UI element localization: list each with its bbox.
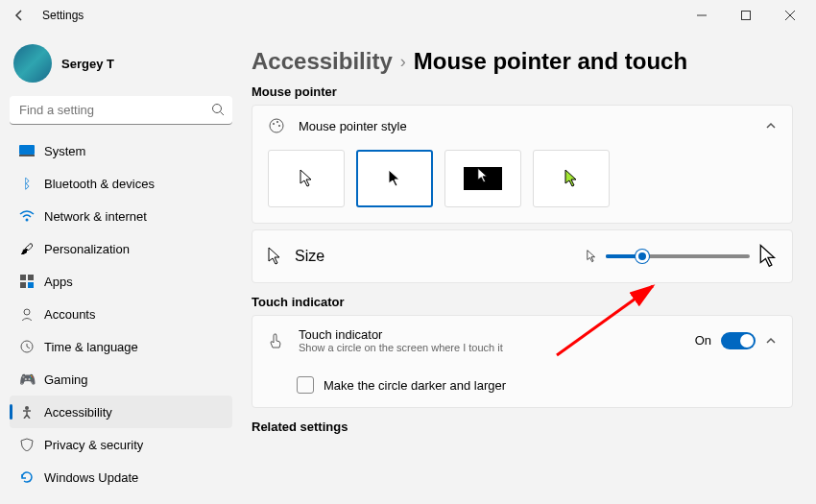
nav-label: Accessibility [44,405,112,420]
card-pointer-style: Mouse pointer style [252,105,793,224]
search [10,96,232,125]
toggle-state: On [695,333,711,348]
section-mouse-pointer: Mouse pointer [252,84,793,99]
gaming-icon: 🎮 [19,372,35,387]
shield-icon [19,437,35,452]
window-title: Settings [42,9,84,22]
maximize-button[interactable] [724,0,768,31]
svg-rect-9 [20,275,26,280]
update-icon [19,469,35,485]
cursor-white-icon [300,169,313,188]
nav-label: Accounts [44,307,95,322]
clock-icon [19,339,35,354]
chevron-right-icon: › [400,52,406,72]
svg-point-18 [276,121,278,123]
cursor-small-icon [587,250,596,263]
search-icon [211,103,225,116]
profile-name: Sergey T [61,57,114,71]
nav-label: Privacy & security [44,438,143,452]
close-icon [785,11,795,20]
breadcrumb: Accessibility › Mouse pointer and touch [252,48,793,75]
cursor-icon [268,247,281,266]
nav-label: Bluetooth & devices [44,177,155,191]
chevron-up-icon [765,335,777,347]
back-button[interactable] [4,0,35,31]
nav-label: Time & language [44,340,138,354]
search-input[interactable] [10,96,232,125]
brush-icon: 🖌 [19,241,35,256]
svg-rect-11 [20,282,26,288]
profile[interactable]: Sergey T [10,38,232,96]
cursor-inverted-icon [477,167,489,184]
wifi-icon [19,208,35,224]
svg-point-15 [25,406,29,410]
svg-rect-6 [19,145,35,155]
maximize-icon [741,11,751,20]
cursor-large-icon [759,244,777,269]
nav-label: Windows Update [44,470,138,485]
touch-icon [268,332,285,349]
card-size: Size [252,229,793,283]
nav-update[interactable]: Windows Update [10,461,232,493]
cursor-black-icon [388,169,401,188]
card-touch-indicator: Touch indicator Show a circle on the scr… [252,315,793,408]
nav-time[interactable]: Time & language [10,330,232,363]
accounts-icon [19,306,35,322]
style-inverted[interactable] [444,150,521,207]
chevron-up-icon [765,120,777,132]
system-icon [19,143,35,158]
section-touch-indicator: Touch indicator [252,295,793,309]
slider-thumb[interactable] [636,250,649,263]
arrow-left-icon [12,9,26,22]
nav-label: Gaming [44,372,88,387]
nav-label: Network & internet [44,209,147,224]
svg-point-4 [213,105,222,113]
svg-rect-10 [28,275,34,280]
nav-accessibility[interactable]: Accessibility [10,396,232,428]
section-related: Related settings [252,420,793,434]
nav-gaming[interactable]: 🎮Gaming [10,363,232,396]
bluetooth-icon: ᛒ [19,176,35,191]
touch-toggle[interactable] [721,332,756,349]
nav-system[interactable]: System [10,134,232,167]
nav-personalization[interactable]: 🖌Personalization [10,232,232,265]
svg-point-16 [270,119,283,132]
touch-subtitle: Show a circle on the screen where I touc… [299,342,503,353]
minimize-icon [697,11,707,20]
apps-icon [19,274,35,289]
svg-line-5 [221,112,225,116]
nav-network[interactable]: Network & internet [10,200,232,232]
nav-accounts[interactable]: Accounts [10,298,232,330]
nav-bluetooth[interactable]: ᛒBluetooth & devices [10,167,232,200]
style-custom[interactable] [533,150,610,207]
cursor-custom-icon [564,169,578,188]
palette-cursor-icon [268,117,285,134]
nav-privacy[interactable]: Privacy & security [10,428,232,461]
page-title: Mouse pointer and touch [414,48,687,75]
breadcrumb-parent[interactable]: Accessibility [252,48,393,75]
accessibility-icon [19,404,35,420]
nav-label: System [44,144,85,158]
nav-label: Personalization [44,242,130,256]
svg-point-8 [26,219,29,222]
size-slider[interactable] [606,254,750,258]
close-button[interactable] [768,0,812,31]
pointer-style-label: Mouse pointer style [299,119,407,133]
touch-checkbox-row[interactable]: Make the circle darker and larger [252,365,792,407]
nav-apps[interactable]: Apps [10,265,232,298]
nav-label: Apps [44,275,73,289]
style-white[interactable] [268,150,345,207]
svg-point-13 [24,309,30,315]
checkbox[interactable] [297,376,314,394]
avatar [13,44,52,83]
pointer-style-header[interactable]: Mouse pointer style [252,106,792,146]
main-content: Accessibility › Mouse pointer and touch … [240,31,816,504]
titlebar: Settings [0,0,816,31]
svg-rect-7 [19,155,35,156]
sidebar: Sergey T System ᛒBluetooth & devices Net… [0,31,240,504]
style-black[interactable] [356,150,433,207]
minimize-button[interactable] [680,0,724,31]
touch-title: Touch indicator [299,327,503,342]
svg-rect-1 [742,12,751,20]
touch-indicator-row[interactable]: Touch indicator Show a circle on the scr… [252,316,792,365]
